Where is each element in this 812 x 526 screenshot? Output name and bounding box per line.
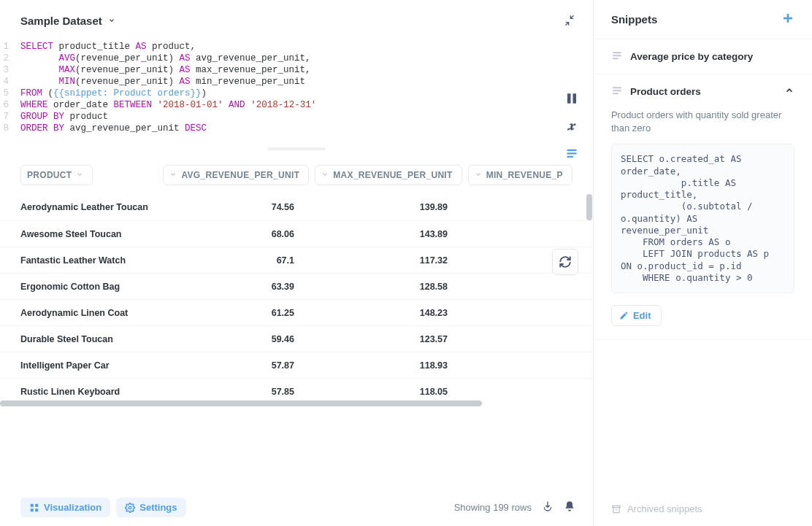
svg-point-7 [129, 506, 131, 509]
code-area[interactable]: SELECT product_title AS product, AVG(rev… [16, 41, 593, 134]
bell-icon[interactable] [564, 500, 575, 514]
snippet-name: Product orders [630, 86, 701, 97]
svg-rect-1 [567, 152, 577, 154]
settings-label: Settings [139, 502, 177, 513]
chevron-up-icon [784, 85, 794, 98]
header: Sample Dataset [0, 0, 593, 41]
drag-handle[interactable] [0, 142, 593, 156]
scrollbar-horizontal[interactable] [0, 400, 593, 407]
svg-rect-0 [567, 150, 577, 151]
table-row[interactable]: Durable Steel Toucan59.46123.57 [0, 325, 593, 352]
svg-rect-4 [35, 503, 38, 506]
column-header[interactable]: MAX_REVENUE_PER_UNIT [315, 165, 461, 185]
edit-snippet-button[interactable]: Edit [611, 305, 662, 326]
table-row[interactable]: Ergonomic Cotton Bag63.39128.58 [0, 273, 593, 299]
column-header[interactable]: AVG_REVENUE_PER_UNIT [163, 165, 309, 185]
snippet-icon [611, 50, 623, 63]
visualization-label: Visualization [44, 502, 102, 513]
snippet-item-product-orders[interactable]: Product orders [594, 74, 812, 109]
variable-icon[interactable]: 𝒙 [568, 118, 575, 134]
snippet-name: Average price by category [630, 51, 753, 62]
footer: Visualization Settings Showing 199 rows [0, 489, 593, 526]
svg-rect-12 [613, 58, 618, 59]
dataset-title: Sample Dataset [20, 15, 102, 27]
archived-label: Archived snippets [627, 503, 702, 514]
table-row[interactable]: Intelligent Paper Car57.87118.93 [0, 352, 593, 378]
editor-toolbar: 𝒙 [565, 92, 578, 160]
line-gutter: 12345678 [0, 41, 16, 134]
snippet-detail: Product orders with quantity sold greate… [594, 109, 812, 340]
svg-rect-11 [613, 55, 621, 56]
contract-icon[interactable] [564, 15, 575, 26]
svg-rect-3 [31, 503, 34, 506]
archived-snippets-link[interactable]: Archived snippets [594, 492, 812, 526]
column-header[interactable]: MIN_REVENUE_P [468, 165, 572, 185]
results-table: PRODUCTAVG_REVENUE_PER_UNITMAX_REVENUE_P… [0, 156, 593, 489]
snippet-description: Product orders with quantity sold greate… [611, 109, 794, 135]
snippet-item-average-price[interactable]: Average price by category [594, 39, 812, 74]
scrollbar-vertical[interactable] [586, 194, 593, 398]
table-header: PRODUCTAVG_REVENUE_PER_UNITMAX_REVENUE_P… [0, 156, 593, 194]
svg-rect-16 [613, 506, 621, 507]
sql-editor[interactable]: 12345678 SELECT product_title AS product… [0, 41, 593, 142]
table-row[interactable]: Aerodynamic Leather Toucan74.56139.89 [0, 194, 593, 220]
dataset-selector[interactable]: Sample Dataset [20, 15, 115, 27]
download-icon[interactable] [542, 500, 554, 514]
snippets-title: Snippets [611, 13, 657, 26]
add-snippet-button[interactable] [781, 12, 794, 27]
snippet-code: SELECT o.created_at AS order_date, p.tit… [611, 144, 794, 293]
snippets-panel: Snippets Average price by category Produ… [594, 0, 812, 526]
snippets-header: Snippets [594, 0, 812, 39]
row-count: Showing 199 rows [454, 502, 532, 513]
snippet-icon [611, 85, 623, 98]
table-row[interactable]: Aerodynamic Linen Coat61.25148.23 [0, 299, 593, 325]
svg-rect-13 [613, 87, 621, 88]
svg-rect-6 [35, 508, 38, 511]
svg-rect-10 [613, 52, 621, 53]
column-header[interactable]: PRODUCT [20, 165, 93, 185]
svg-rect-15 [613, 93, 618, 94]
table-row[interactable]: Fantastic Leather Watch67.1117.32 [0, 247, 593, 273]
edit-label: Edit [633, 310, 651, 321]
svg-rect-5 [31, 508, 34, 511]
table-row[interactable]: Awesome Steel Toucan68.06143.89 [0, 220, 593, 247]
visualization-button[interactable]: Visualization [20, 498, 110, 517]
data-reference-icon[interactable] [565, 92, 578, 105]
table-row[interactable]: Rustic Linen Keyboard57.85118.05 [0, 378, 593, 398]
chevron-down-icon [108, 15, 115, 26]
main-panel: Sample Dataset 12345678 SELECT product_t… [0, 0, 594, 526]
table-body[interactable]: Aerodynamic Leather Toucan74.56139.89Awe… [0, 194, 593, 398]
editor-wrap: 12345678 SELECT product_title AS product… [0, 41, 593, 142]
svg-rect-14 [613, 90, 621, 91]
settings-button[interactable]: Settings [116, 498, 185, 517]
